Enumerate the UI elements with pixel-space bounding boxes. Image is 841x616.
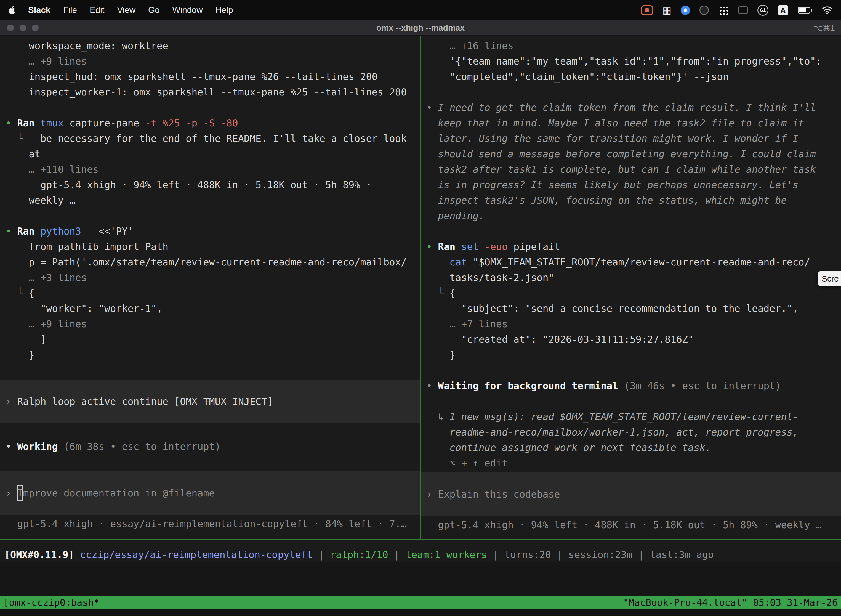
window-title-bar[interactable]: omx --xhigh --madmax ⌥⌘1	[0, 21, 841, 36]
input-source-icon[interactable]: A	[778, 5, 788, 15]
text-segment: [OMX#0.11.9]	[4, 549, 80, 560]
terminal-line: … +16 lines	[421, 38, 841, 54]
terminal-line	[0, 100, 420, 115]
terminal-line: "created_at": "2026-03-31T11:59:27.816Z"	[421, 332, 841, 347]
text-segment: I	[17, 485, 23, 501]
terminal-line: keep that in mind. Maybe I also need the…	[421, 115, 841, 131]
terminal-filler	[0, 562, 841, 595]
apple-menu-icon[interactable]	[8, 4, 15, 16]
menu-file[interactable]: File	[63, 5, 77, 15]
text-segment: continue assigned work or next feasible …	[426, 442, 711, 453]
menu-window[interactable]: Window	[172, 5, 202, 15]
text-segment: last:3m ago	[650, 549, 714, 560]
text-segment: tmux	[40, 117, 69, 129]
desktop-screen: Slack File Edit View Go Window Help ▦ 61…	[0, 0, 841, 616]
text-segment: Ran	[438, 241, 461, 252]
dark-app-icon[interactable]	[699, 6, 709, 15]
terminal-line: • Ran tmux capture-pane -t %25 -p -S -80	[0, 115, 420, 131]
text-segment: should send a message before completing …	[426, 148, 816, 160]
terminal-line: … +9 lines	[0, 316, 420, 332]
terminal-line: "worker": "worker-1",	[0, 301, 420, 316]
text-segment: Explain this codebase	[438, 487, 560, 502]
prompt-input-left[interactable]: › Improve documentation in @filename	[0, 471, 420, 515]
close-window-button[interactable]	[7, 25, 14, 31]
terminal-line	[421, 363, 841, 378]
text-segment: "completed","claim_token":"claim-token"}…	[426, 71, 729, 82]
terminal-line	[0, 423, 420, 439]
text-segment: readme-and-reco/mailbox/worker-1.json, a…	[426, 427, 799, 438]
terminal-line: … +110 lines	[0, 162, 420, 177]
terminal-line: task2 after task1 is complete, but can I…	[421, 162, 841, 177]
window-shortcut-hint: ⌥⌘1	[813, 23, 841, 32]
blue-app-icon[interactable]	[681, 6, 690, 15]
text-segment: … +110 lines	[6, 164, 98, 175]
text-segment: Ralph loop active continue [OMX_TMUX_INJ…	[17, 394, 273, 409]
ralph-loop-input[interactable]: › Ralph loop active continue [OMX_TMUX_I…	[0, 380, 420, 423]
omx-hud: [OMX#0.11.9] cczip/essay/ai-reimplementa…	[0, 540, 841, 562]
text-segment: … +16 lines	[426, 40, 513, 51]
text-segment: •	[6, 117, 17, 129]
text-segment: task2 after task1 is complete, but can I…	[426, 164, 816, 175]
terminal-line	[421, 84, 841, 100]
terminal-line	[0, 208, 420, 224]
text-segment: is in progress? It seems likely but perh…	[426, 179, 799, 191]
text-segment: •	[6, 226, 17, 237]
text-segment: |	[318, 549, 330, 560]
menu-view[interactable]: View	[117, 5, 135, 15]
battery-icon[interactable]	[798, 4, 812, 16]
terminal-line: … +3 lines	[0, 270, 420, 285]
screen-share-overlay[interactable]: Scre	[818, 271, 841, 286]
wifi-icon[interactable]	[822, 4, 833, 16]
terminal-line: later. Using the same for transition mig…	[421, 131, 841, 146]
window-title: omx --xhigh --madmax	[0, 23, 841, 32]
prompt-input-right[interactable]: › Explain this codebase	[421, 472, 841, 516]
text-segment: ↳	[426, 411, 450, 422]
terminal-line: ]	[0, 332, 420, 347]
text-segment: cczip/essay/ai-reimplementation-copyleft	[80, 549, 318, 560]
terminal-line: └ be necessary for the end of the README…	[0, 131, 420, 146]
terminal-line: "completed","claim_token":"claim-token"}…	[421, 69, 841, 84]
text-segment: |	[638, 549, 650, 560]
tmux-panes: workspace_mode: worktree … +9 lines insp…	[0, 36, 841, 539]
text-segment: ›	[6, 485, 17, 501]
terminal-line: cat "$OMX_TEAM_STATE_ROOT/team/review-cu…	[421, 254, 841, 270]
zoom-window-button[interactable]	[32, 25, 39, 31]
terminal-line: └ {	[0, 285, 420, 301]
text-segment: gpt-5.4 xhigh · 94% left · 488K in · 5.1…	[6, 179, 372, 191]
text-segment: ›	[426, 487, 438, 502]
bottom-strip	[0, 609, 841, 616]
text-segment: └	[6, 287, 29, 299]
terminal-line: inspect_worker-1: omx sparkshell --tmux-…	[0, 84, 420, 100]
dots-grid-icon[interactable]	[718, 5, 729, 15]
terminal-line: tasks/task-2.json"	[421, 270, 841, 285]
text-segment: "$OMX_TEAM_STATE_ROOT/team/review-curren…	[473, 257, 810, 268]
grid-app-icon[interactable]: ▦	[662, 4, 671, 16]
menu-go[interactable]: Go	[148, 5, 160, 15]
faint-app-icon[interactable]	[738, 6, 748, 14]
minimize-window-button[interactable]	[20, 25, 26, 31]
text-segment	[426, 257, 450, 268]
text-segment: at	[6, 148, 40, 160]
text-segment: |	[557, 549, 568, 560]
menu-help[interactable]: Help	[215, 5, 233, 15]
badge-61-icon[interactable]: 61	[757, 5, 768, 16]
text-segment: Ran	[17, 226, 40, 237]
text-segment: "subject": "send a concise recommendatio…	[426, 303, 799, 314]
terminal-line	[421, 224, 841, 239]
text-segment: turns:20	[504, 549, 557, 560]
text-segment: '{"team_name":"my-team","task_id":"1","f…	[426, 56, 822, 67]
text-segment: be necessary for the end of the README. …	[40, 133, 407, 144]
terminal-line	[421, 393, 841, 409]
terminal-line: should send a message before completing …	[421, 146, 841, 162]
screen-recording-indicator-icon[interactable]	[641, 5, 653, 15]
terminal-line: from pathlib import Path	[0, 239, 420, 254]
text-segment: "created_at": "2026-03-31T11:59:27.816Z"	[426, 334, 694, 345]
app-menu-slack[interactable]: Slack	[28, 5, 50, 15]
text-segment: from pathlib import Path	[6, 241, 168, 252]
terminal-line	[0, 454, 420, 470]
text-segment: inspect_hud: omx sparkshell --tmux-pane …	[6, 71, 378, 82]
menu-edit[interactable]: Edit	[90, 5, 104, 15]
terminal-line: inspect task2's JSON, focusing on the st…	[421, 193, 841, 208]
terminal-line: continue assigned work or next feasible …	[421, 440, 841, 455]
text-segment: <<'PY'	[98, 226, 133, 237]
